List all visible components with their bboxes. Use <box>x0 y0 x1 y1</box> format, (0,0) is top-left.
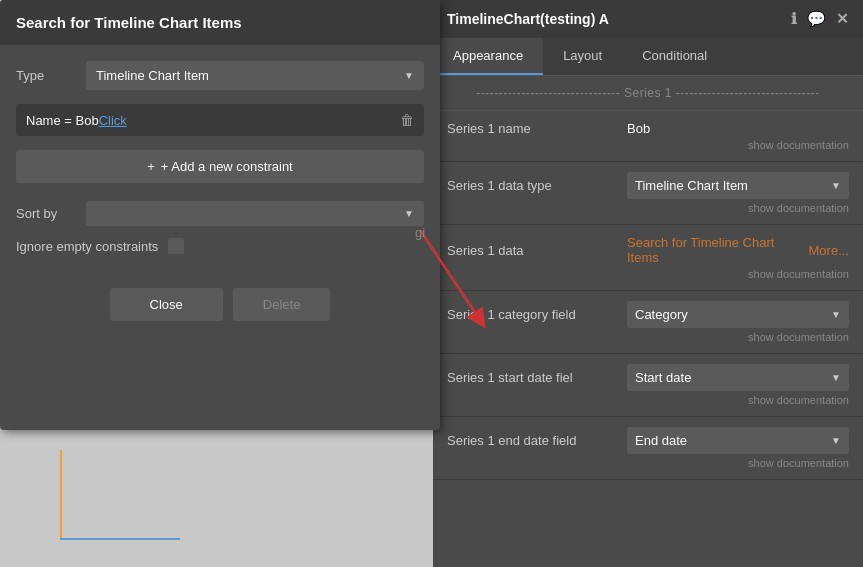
chart-line-vertical <box>60 450 62 540</box>
property-series1-category: Series 1 category field Category ▼ show … <box>433 291 863 354</box>
chart-line-horizontal <box>60 538 180 540</box>
series1-data-value[interactable]: Search for Timeline Chart Items <box>627 235 799 265</box>
trash-icon[interactable]: 🗑 <box>400 112 414 128</box>
series1-datatype-dropdown[interactable]: Timeline Chart Item ▼ <box>627 172 849 199</box>
type-dropdown-value: Timeline Chart Item <box>96 68 209 83</box>
panel-footer: Close Delete <box>0 288 440 337</box>
series1-name-label: Series 1 name <box>447 121 617 136</box>
type-row: Type Timeline Chart Item ▼ <box>16 61 424 90</box>
property-series1-data: Series 1 data Search for Timeline Chart … <box>433 225 863 291</box>
add-constraint-label: + Add a new constraint <box>161 159 293 174</box>
series1-data-doc[interactable]: show documentation <box>447 268 849 280</box>
series1-startdate-label: Series 1 start date fiel <box>447 370 617 385</box>
property-series1-enddate: Series 1 end date field End date ▼ show … <box>433 417 863 480</box>
right-panel: TimelineChart(testing) A ℹ 💬 ✕ Appearanc… <box>433 0 863 567</box>
series1-startdate-dropdown[interactable]: Start date ▼ <box>627 364 849 391</box>
series1-data-more[interactable]: More... <box>809 243 849 258</box>
tab-conditional[interactable]: Conditional <box>622 38 727 75</box>
delete-button[interactable]: Delete <box>233 288 331 321</box>
ignore-checkbox[interactable] <box>168 238 184 254</box>
search-panel-body: Type Timeline Chart Item ▼ Name = BobCli… <box>0 45 440 288</box>
series1-datatype-arrow: ▼ <box>831 180 841 191</box>
property-series1-name: Series 1 name Bob show documentation <box>433 111 863 162</box>
property-series1-datatype: Series 1 data type Timeline Chart Item ▼… <box>433 162 863 225</box>
sort-row: Sort by ▼ <box>16 201 424 226</box>
comment-icon[interactable]: 💬 <box>807 10 826 28</box>
series1-category-doc[interactable]: show documentation <box>447 331 849 343</box>
series1-enddate-label: Series 1 end date field <box>447 433 617 448</box>
series1-name-doc[interactable]: show documentation <box>447 139 849 151</box>
plus-icon: + <box>147 159 155 174</box>
type-dropdown[interactable]: Timeline Chart Item ▼ <box>86 61 424 90</box>
ignore-row: Ignore empty constraints <box>16 238 424 254</box>
type-label: Type <box>16 68 76 83</box>
constraint-link[interactable]: Click <box>99 113 127 128</box>
tab-appearance[interactable]: Appearance <box>433 38 543 75</box>
sort-dropdown[interactable]: ▼ <box>86 201 424 226</box>
search-panel-header: Search for Timeline Chart Items <box>0 0 440 45</box>
header-icons: ℹ 💬 ✕ <box>791 10 849 28</box>
series1-category-label: Series 1 category field <box>447 307 617 322</box>
series1-data-label: Series 1 data <box>447 243 617 258</box>
series1-datatype-doc[interactable]: show documentation <box>447 202 849 214</box>
close-button[interactable]: Close <box>110 288 223 321</box>
add-constraint-button[interactable]: + + Add a new constraint <box>16 150 424 183</box>
series1-enddate-doc[interactable]: show documentation <box>447 457 849 469</box>
series-header: -------------------------------- Series … <box>433 76 863 111</box>
type-dropdown-arrow: ▼ <box>404 70 414 81</box>
property-series1-startdate: Series 1 start date fiel Start date ▼ sh… <box>433 354 863 417</box>
series1-category-value: Category <box>635 307 688 322</box>
right-panel-body: -------------------------------- Series … <box>433 76 863 563</box>
series1-enddate-value: End date <box>635 433 687 448</box>
series1-startdate-arrow: ▼ <box>831 372 841 383</box>
search-panel: Search for Timeline Chart Items Type Tim… <box>0 0 440 430</box>
close-icon[interactable]: ✕ <box>836 10 849 28</box>
series1-category-dropdown[interactable]: Category ▼ <box>627 301 849 328</box>
search-panel-title: Search for Timeline Chart Items <box>16 14 242 31</box>
constraint-row: Name = BobClick 🗑 <box>16 104 424 136</box>
series1-enddate-dropdown[interactable]: End date ▼ <box>627 427 849 454</box>
canvas-area <box>0 430 440 567</box>
series-header-label: Series 1 <box>624 86 672 100</box>
tabs-bar: Appearance Layout Conditional <box>433 38 863 76</box>
series1-startdate-value: Start date <box>635 370 691 385</box>
series1-datatype-label: Series 1 data type <box>447 178 617 193</box>
info-icon[interactable]: ℹ <box>791 10 797 28</box>
series1-startdate-doc[interactable]: show documentation <box>447 394 849 406</box>
sort-dropdown-arrow: ▼ <box>404 208 414 219</box>
constraint-content: Name = BobClick <box>26 113 127 128</box>
series1-name-value: Bob <box>627 121 849 136</box>
right-panel-header: TimelineChart(testing) A ℹ 💬 ✕ <box>433 0 863 38</box>
series1-category-arrow: ▼ <box>831 309 841 320</box>
series1-enddate-arrow: ▼ <box>831 435 841 446</box>
tab-layout[interactable]: Layout <box>543 38 622 75</box>
right-panel-title: TimelineChart(testing) A <box>447 11 609 27</box>
constraint-text: Name = Bob <box>26 113 99 128</box>
ignore-label: Ignore empty constraints <box>16 239 158 254</box>
sort-label: Sort by <box>16 206 76 221</box>
series1-datatype-value: Timeline Chart Item <box>635 178 748 193</box>
gi-label: gi <box>415 225 425 240</box>
